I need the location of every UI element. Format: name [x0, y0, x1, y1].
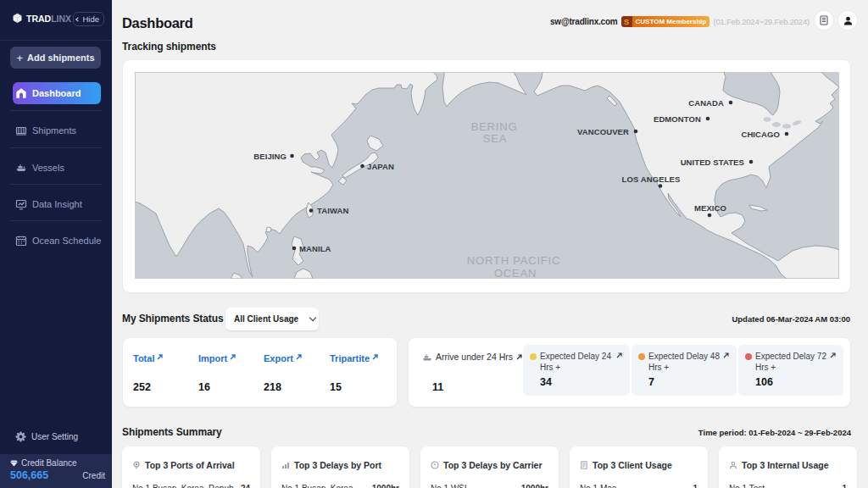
svg-text:OCEAN: OCEAN: [494, 267, 537, 280]
svg-text:UNITED STATES: UNITED STATES: [681, 158, 744, 167]
svg-text:MANILA: MANILA: [299, 244, 331, 253]
svg-text:CANADA: CANADA: [688, 98, 724, 108]
svg-text:JAPAN: JAPAN: [367, 162, 394, 171]
svg-text:EDMONTON: EDMONTON: [654, 114, 701, 124]
svg-text:LOS ANGELES: LOS ANGELES: [622, 175, 681, 184]
svg-text:CHICAGO: CHICAGO: [741, 130, 780, 139]
svg-text:SEA: SEA: [483, 132, 507, 145]
svg-text:VANCOUVER: VANCOUVER: [577, 127, 629, 136]
svg-text:MEXICO: MEXICO: [694, 203, 726, 213]
svg-text:BERING: BERING: [471, 120, 518, 133]
svg-text:NORTH PACIFIC: NORTH PACIFIC: [467, 254, 560, 267]
svg-text:BEIJING: BEIJING: [253, 152, 287, 161]
svg-text:TAIWAN: TAIWAN: [317, 206, 348, 215]
